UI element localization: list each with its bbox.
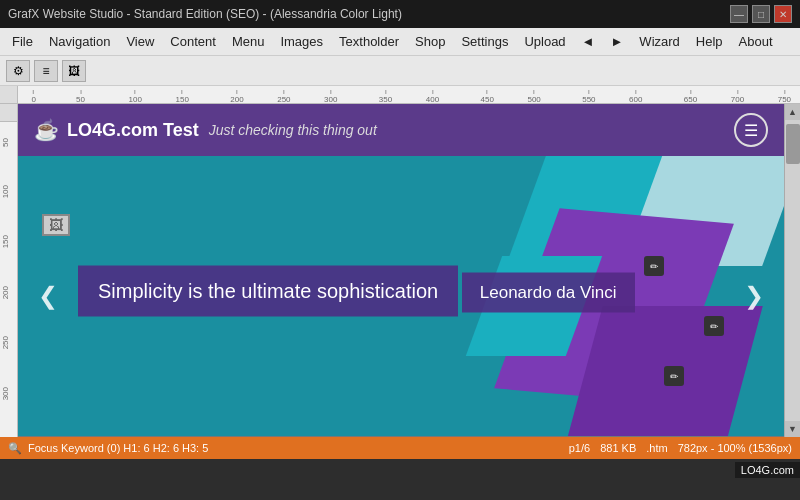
menu-item-help[interactable]: Help bbox=[688, 30, 731, 53]
ruler-mark: 200 bbox=[230, 90, 243, 104]
status-left: 🔍 Focus Keyword (0) H1: 6 H2: 6 H3: 5 bbox=[8, 442, 561, 455]
slide-quote: Simplicity is the ultimate sophisticatio… bbox=[78, 266, 458, 317]
minimize-button[interactable]: — bbox=[730, 5, 748, 23]
edit-icon-overlay-2[interactable]: ✏ bbox=[704, 316, 724, 336]
title-bar: GrafX Website Studio - Standard Edition … bbox=[0, 0, 800, 28]
v-ruler-mark: 50 bbox=[1, 138, 10, 147]
ruler-mark: 650 bbox=[684, 90, 697, 104]
website-preview: ☕ LO4G.com Test Just checking this thing… bbox=[18, 104, 784, 437]
canvas-wrapper: 50 100 150 200 250 300 ☕ LO4G.com Test J… bbox=[0, 104, 800, 437]
menu-item-about[interactable]: About bbox=[731, 30, 781, 53]
scroll-down-arrow[interactable]: ▼ bbox=[785, 421, 800, 437]
menu-bar: FileNavigationViewContentMenuImagesTexth… bbox=[0, 28, 800, 56]
image-icon: 🖼 bbox=[42, 214, 70, 236]
v-ruler-mark: 250 bbox=[1, 336, 10, 349]
ruler-mark: 150 bbox=[176, 90, 189, 104]
settings-toolbar-button[interactable]: ⚙ bbox=[6, 60, 30, 82]
edit-icon-overlay-3[interactable]: ✏ bbox=[664, 366, 684, 386]
menu-item-textholder[interactable]: Textholder bbox=[331, 30, 407, 53]
cup-icon: ☕ bbox=[34, 118, 59, 142]
site-logo: ☕ LO4G.com Test bbox=[34, 118, 199, 142]
htm-status: .htm bbox=[646, 442, 667, 454]
ruler-mark: 400 bbox=[426, 90, 439, 104]
menu-item-settings[interactable]: Settings bbox=[453, 30, 516, 53]
slide-content: Simplicity is the ultimate sophisticatio… bbox=[78, 266, 635, 327]
maximize-button[interactable]: □ bbox=[752, 5, 770, 23]
menu-item-file[interactable]: File bbox=[4, 30, 41, 53]
app-title: GrafX Website Studio - Standard Edition … bbox=[8, 7, 402, 21]
slide-prev-button[interactable]: ❮ bbox=[30, 278, 66, 314]
menu-item-content[interactable]: Content bbox=[162, 30, 224, 53]
v-ruler-mark: 200 bbox=[1, 286, 10, 299]
window-controls: — □ ✕ bbox=[730, 5, 792, 23]
ruler-mark: 600 bbox=[629, 90, 642, 104]
ruler-mark: 700 bbox=[731, 90, 744, 104]
close-button[interactable]: ✕ bbox=[774, 5, 792, 23]
site-navbar: ☕ LO4G.com Test Just checking this thing… bbox=[18, 104, 784, 156]
vertical-ruler: 50 100 150 200 250 300 bbox=[0, 104, 18, 437]
nav-toolbar-button[interactable]: ≡ bbox=[34, 60, 58, 82]
vertical-scrollbar[interactable]: ▲ ▼ bbox=[784, 104, 800, 437]
ruler-mark: 550 bbox=[582, 90, 595, 104]
site-logo-text: LO4G.com Test bbox=[67, 120, 199, 141]
status-bar: 🔍 Focus Keyword (0) H1: 6 H2: 6 H3: 5 p1… bbox=[0, 437, 800, 459]
menu-item-[interactable]: ◄ bbox=[574, 30, 603, 53]
ruler-mark: 300 bbox=[324, 90, 337, 104]
menu-item-wizard[interactable]: Wizard bbox=[631, 30, 687, 53]
toolbar: ⚙ ≡ 🖼 bbox=[0, 56, 800, 86]
menu-item-images[interactable]: Images bbox=[272, 30, 331, 53]
scroll-thumb[interactable] bbox=[786, 124, 800, 164]
image-toolbar-button[interactable]: 🖼 bbox=[62, 60, 86, 82]
v-ruler-mark: 300 bbox=[1, 387, 10, 400]
ruler-h-content: 0 50 100 150 200 250 300 350 400 450 500… bbox=[18, 86, 800, 104]
ruler-mark: 0 bbox=[31, 90, 35, 104]
ruler-mark: 500 bbox=[527, 90, 540, 104]
menu-item-menu[interactable]: Menu bbox=[224, 30, 273, 53]
ruler-mark: 350 bbox=[379, 90, 392, 104]
slide-author: Leonardo da Vinci bbox=[462, 273, 635, 313]
v-ruler-mark: 100 bbox=[1, 185, 10, 198]
image-placeholder: 🖼 bbox=[42, 214, 70, 236]
canvas-area: ☕ LO4G.com Test Just checking this thing… bbox=[18, 104, 784, 437]
site-hero: 🖼 ✏ ✏ ✏ ❮ ❯ Simplicity is the ultimate s… bbox=[18, 156, 784, 436]
ruler-mark: 750 bbox=[778, 90, 791, 104]
menu-item-shop[interactable]: Shop bbox=[407, 30, 453, 53]
menu-item-navigation[interactable]: Navigation bbox=[41, 30, 118, 53]
watermark: LO4G.com bbox=[735, 462, 800, 478]
menu-item-[interactable]: ► bbox=[602, 30, 631, 53]
filesize-status: 881 KB bbox=[600, 442, 636, 454]
menu-item-view[interactable]: View bbox=[118, 30, 162, 53]
page-status: p1/6 bbox=[569, 442, 590, 454]
slide-next-button[interactable]: ❯ bbox=[736, 278, 772, 314]
keyword-status: Focus Keyword (0) H1: 6 H2: 6 H3: 5 bbox=[28, 442, 208, 454]
ruler-mark: 100 bbox=[129, 90, 142, 104]
hamburger-button[interactable]: ☰ bbox=[734, 113, 768, 147]
ruler-mark: 450 bbox=[481, 90, 494, 104]
scroll-up-arrow[interactable]: ▲ bbox=[785, 104, 800, 120]
ruler-mark: 250 bbox=[277, 90, 290, 104]
search-icon-status: 🔍 bbox=[8, 442, 22, 455]
ruler-mark: 50 bbox=[76, 90, 85, 104]
v-ruler-mark: 150 bbox=[1, 235, 10, 248]
resolution-status: 782px - 100% (1536px) bbox=[678, 442, 792, 454]
menu-item-upload[interactable]: Upload bbox=[516, 30, 573, 53]
status-right: p1/6 881 KB .htm 782px - 100% (1536px) bbox=[569, 442, 792, 454]
edit-icon-overlay-1[interactable]: ✏ bbox=[644, 256, 664, 276]
site-tagline: Just checking this thing out bbox=[209, 122, 377, 138]
horizontal-ruler: 0 50 100 150 200 250 300 350 400 450 500… bbox=[0, 86, 800, 104]
